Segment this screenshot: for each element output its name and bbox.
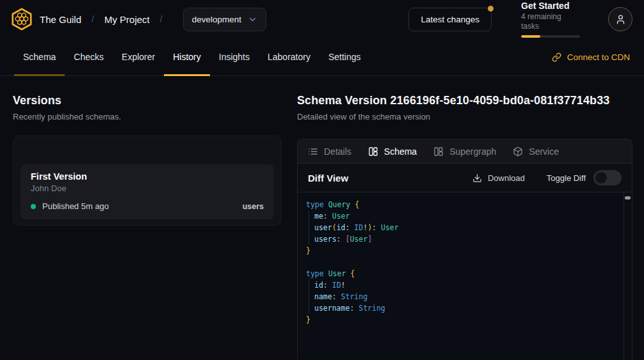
nav-tab-underline [113,74,164,76]
code-line: name: String [306,291,622,302]
breadcrumb-separator: / [92,14,94,24]
version-detail-subtitle: Detailed view of the schema version [297,112,632,121]
connect-to-cdn-label: Connect to CDN [567,52,630,62]
download-icon [472,173,482,183]
code-line: user(id: ID!): User [306,222,622,233]
org-breadcrumb[interactable]: The Guild [40,14,81,25]
target-selector[interactable]: development [183,8,266,31]
nav-tab-insights[interactable]: Insights [210,38,259,75]
published-status-dot [31,204,36,209]
nav-tab-label: Checks [74,52,104,62]
detail-tab-schema[interactable]: Schema [360,139,425,163]
nav-tab-history[interactable]: History [164,38,210,75]
nav-tab-label: Schema [23,52,56,62]
diff-view-title: Diff View [308,173,348,184]
notification-dot [488,6,494,12]
versions-title: Versions [13,94,282,107]
list-icon [308,146,318,157]
code-line: } [306,314,622,325]
versions-list-card: First Version John Doe Published 5m ago … [13,136,282,226]
version-author: John Doe [31,184,264,193]
nav-tab-label: Settings [328,52,361,62]
nav-tab-underline [259,74,319,76]
link-icon [552,52,561,62]
code-line: id: ID! [306,279,622,291]
get-started-progressbar [521,35,580,38]
target-nav: Schema Checks Explorer History Insights … [0,38,644,76]
detail-tab-label: Schema [384,146,417,157]
nav-tab-label: Explorer [122,52,155,62]
nav-tab-underline [65,74,113,76]
nav-tab-label: History [173,52,201,62]
toggle-diff-label: Toggle Diff [547,173,586,183]
detail-tab-label: Service [529,146,559,157]
nav-tab-checks[interactable]: Checks [65,38,113,75]
code-line: } [306,245,622,256]
version-list-item[interactable]: First Version John Doe Published 5m ago … [20,164,274,219]
detail-tab-details[interactable]: Details [308,139,360,163]
code-line: me: User [306,210,622,222]
version-name: First Version [31,171,264,182]
user-menu-button[interactable] [608,7,632,31]
latest-changes-button[interactable]: Latest changes [408,8,492,31]
code-line: username: String [306,302,622,314]
nav-tab-underline [210,74,259,76]
version-detail-tabs: Details Schema Supergraph Service [298,139,632,163]
columns-icon [433,146,444,157]
version-detail-panel: Schema Version 2166196f-5e10-4059-bd0a-0… [297,76,644,359]
hive-logo-icon[interactable] [12,8,32,31]
project-breadcrumb[interactable]: My Project [104,14,150,25]
nav-tab-underline [164,74,210,76]
detail-tab-label: Details [324,146,351,157]
nav-tab-settings[interactable]: Settings [319,38,370,75]
toggle-knob [595,172,607,184]
nav-tab-underline [319,74,370,76]
code-line: type Query { [306,199,622,210]
connect-to-cdn-button[interactable]: Connect to CDN [552,52,630,62]
cube-icon [513,146,523,157]
columns-icon [368,146,378,157]
nav-tab-explorer[interactable]: Explorer [113,38,164,75]
nav-tab-laboratory[interactable]: Laboratory [259,38,319,75]
version-detail-title: Schema Version 2166196f-5e10-4059-bd0a-0… [297,94,632,107]
nav-tab-label: Insights [219,52,250,62]
versions-panel: Versions Recently published schemas. Fir… [0,76,297,359]
code-line: type User { [306,268,622,279]
nav-tabs: Schema Checks Explorer History Insights … [14,38,370,75]
schema-code-view: type Query {me: Useruser(id: ID!): Useru… [298,192,632,359]
user-icon [615,14,626,25]
get-started-progress-fill [521,35,540,38]
version-detail-card: Details Schema Supergraph Service Diff V… [297,139,632,359]
diff-view-toolbar: Diff View Download Toggle Diff [298,163,632,192]
get-started-subtitle: 4 remaining tasks [521,12,580,31]
nav-tab-underline [14,74,65,76]
download-label: Download [488,173,525,183]
code-line [306,256,622,268]
detail-tab-service[interactable]: Service [504,139,567,163]
nav-tab-schema[interactable]: Schema [14,38,65,75]
nav-tab-label: Laboratory [268,52,310,62]
chevron-down-icon [248,15,257,24]
latest-changes-label: Latest changes [421,15,479,24]
service-badge: users [243,202,264,211]
versions-list: First Version John Doe Published 5m ago … [20,164,274,219]
version-status: Published 5m ago [42,201,109,211]
schema-code-lines: type Query {me: Useruser(id: ID!): Useru… [306,199,622,325]
code-scrollbar-track[interactable] [624,192,632,359]
detail-tab-label: Supergraph [449,146,496,157]
toggle-diff-switch[interactable] [593,170,622,185]
versions-subtitle: Recently published schemas. [13,112,282,121]
get-started-title: Get Started [521,1,580,12]
main-content: Versions Recently published schemas. Fir… [0,76,644,359]
top-header: The Guild / My Project / development Lat… [0,0,644,38]
download-button[interactable]: Download [472,173,525,183]
breadcrumb-separator: / [160,14,163,24]
code-scrollbar-thumb[interactable] [625,196,631,200]
code-line: users: [User] [306,233,622,245]
get-started-widget[interactable]: Get Started 4 remaining tasks [521,1,580,38]
detail-tab-supergraph[interactable]: Supergraph [425,139,504,163]
target-selector-value: development [192,15,241,24]
